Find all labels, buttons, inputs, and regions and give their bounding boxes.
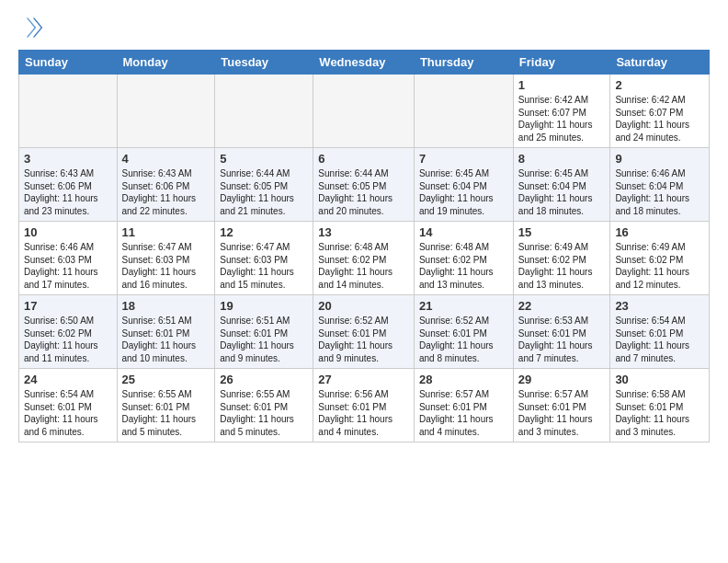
day-info: Sunrise: 6:54 AM Sunset: 6:01 PM Dayligh… (615, 315, 704, 364)
day-number: 1 (518, 78, 606, 92)
weekday-header-sunday: Sunday (19, 51, 118, 75)
day-number: 18 (122, 299, 210, 313)
day-number: 6 (318, 152, 409, 166)
day-number: 5 (220, 152, 308, 166)
day-info: Sunrise: 6:46 AM Sunset: 6:04 PM Dayligh… (615, 167, 704, 217)
day-number: 21 (419, 299, 508, 313)
day-info: Sunrise: 6:51 AM Sunset: 6:01 PM Dayligh… (220, 315, 308, 364)
day-number: 17 (24, 299, 112, 313)
day-info: Sunrise: 6:55 AM Sunset: 6:01 PM Dayligh… (122, 388, 210, 438)
day-info: Sunrise: 6:45 AM Sunset: 6:04 PM Dayligh… (518, 167, 606, 217)
day-number: 26 (220, 373, 308, 386)
day-cell-13: 13Sunrise: 6:48 AM Sunset: 6:02 PM Dayli… (313, 222, 415, 295)
day-cell-15: 15Sunrise: 6:49 AM Sunset: 6:02 PM Dayli… (513, 222, 610, 295)
day-cell-8: 8Sunrise: 6:45 AM Sunset: 6:04 PM Daylig… (513, 148, 610, 222)
day-number: 7 (419, 152, 508, 166)
logo (18, 15, 48, 40)
day-number: 22 (518, 299, 606, 313)
svg-marker-1 (33, 18, 43, 38)
day-cell-4: 4Sunrise: 6:43 AM Sunset: 6:06 PM Daylig… (117, 148, 215, 222)
svg-rect-0 (18, 15, 44, 40)
day-number: 4 (122, 152, 210, 166)
weekday-header-thursday: Thursday (414, 51, 513, 75)
day-cell-20: 20Sunrise: 6:52 AM Sunset: 6:01 PM Dayli… (313, 295, 415, 369)
day-cell-6: 6Sunrise: 6:44 AM Sunset: 6:05 PM Daylig… (313, 148, 415, 222)
day-info: Sunrise: 6:47 AM Sunset: 6:03 PM Dayligh… (220, 241, 308, 291)
empty-cell (414, 75, 513, 148)
day-number: 25 (122, 373, 210, 386)
day-cell-26: 26Sunrise: 6:55 AM Sunset: 6:01 PM Dayli… (215, 369, 313, 442)
day-info: Sunrise: 6:43 AM Sunset: 6:06 PM Dayligh… (24, 167, 112, 217)
day-info: Sunrise: 6:46 AM Sunset: 6:03 PM Dayligh… (24, 241, 112, 291)
day-number: 28 (419, 373, 508, 386)
empty-cell (313, 75, 415, 148)
day-info: Sunrise: 6:57 AM Sunset: 6:01 PM Dayligh… (518, 388, 606, 438)
day-cell-18: 18Sunrise: 6:51 AM Sunset: 6:01 PM Dayli… (117, 295, 215, 369)
day-number: 27 (318, 373, 409, 386)
day-number: 20 (318, 299, 409, 313)
day-cell-7: 7Sunrise: 6:45 AM Sunset: 6:04 PM Daylig… (414, 148, 513, 222)
day-cell-21: 21Sunrise: 6:52 AM Sunset: 6:01 PM Dayli… (414, 295, 513, 369)
day-info: Sunrise: 6:56 AM Sunset: 6:01 PM Dayligh… (318, 388, 409, 438)
day-info: Sunrise: 6:49 AM Sunset: 6:02 PM Dayligh… (518, 241, 606, 291)
page: SundayMondayTuesdayWednesdayThursdayFrid… (0, 0, 728, 563)
day-cell-5: 5Sunrise: 6:44 AM Sunset: 6:05 PM Daylig… (215, 148, 313, 222)
calendar-week-1: 1Sunrise: 6:42 AM Sunset: 6:07 PM Daylig… (19, 75, 710, 148)
day-cell-12: 12Sunrise: 6:47 AM Sunset: 6:03 PM Dayli… (215, 222, 313, 295)
day-info: Sunrise: 6:44 AM Sunset: 6:05 PM Dayligh… (318, 167, 409, 217)
day-cell-22: 22Sunrise: 6:53 AM Sunset: 6:01 PM Dayli… (513, 295, 610, 369)
calendar-week-2: 3Sunrise: 6:43 AM Sunset: 6:06 PM Daylig… (19, 148, 710, 222)
day-number: 8 (518, 152, 606, 166)
day-cell-2: 2Sunrise: 6:42 AM Sunset: 6:07 PM Daylig… (610, 75, 710, 148)
day-info: Sunrise: 6:57 AM Sunset: 6:01 PM Dayligh… (419, 388, 508, 438)
day-cell-14: 14Sunrise: 6:48 AM Sunset: 6:02 PM Dayli… (414, 222, 513, 295)
day-cell-23: 23Sunrise: 6:54 AM Sunset: 6:01 PM Dayli… (610, 295, 710, 369)
weekday-header-friday: Friday (513, 51, 610, 75)
calendar: SundayMondayTuesdayWednesdayThursdayFrid… (18, 50, 710, 442)
day-info: Sunrise: 6:42 AM Sunset: 6:07 PM Dayligh… (518, 94, 606, 144)
day-cell-19: 19Sunrise: 6:51 AM Sunset: 6:01 PM Dayli… (215, 295, 313, 369)
day-number: 30 (615, 373, 704, 386)
day-info: Sunrise: 6:45 AM Sunset: 6:04 PM Dayligh… (419, 167, 508, 217)
day-number: 13 (318, 225, 409, 239)
day-number: 16 (615, 225, 704, 239)
weekday-header-saturday: Saturday (610, 51, 710, 75)
weekday-header-tuesday: Tuesday (215, 51, 313, 75)
day-info: Sunrise: 6:51 AM Sunset: 6:01 PM Dayligh… (122, 315, 210, 364)
day-number: 3 (24, 152, 112, 166)
day-cell-10: 10Sunrise: 6:46 AM Sunset: 6:03 PM Dayli… (19, 222, 118, 295)
day-cell-16: 16Sunrise: 6:49 AM Sunset: 6:02 PM Dayli… (610, 222, 710, 295)
day-info: Sunrise: 6:48 AM Sunset: 6:02 PM Dayligh… (419, 241, 508, 291)
day-cell-29: 29Sunrise: 6:57 AM Sunset: 6:01 PM Dayli… (513, 369, 610, 442)
day-number: 9 (615, 152, 704, 166)
day-info: Sunrise: 6:42 AM Sunset: 6:07 PM Dayligh… (615, 94, 704, 144)
day-cell-17: 17Sunrise: 6:50 AM Sunset: 6:02 PM Dayli… (19, 295, 118, 369)
empty-cell (117, 75, 215, 148)
logo-icon (18, 15, 44, 40)
day-cell-3: 3Sunrise: 6:43 AM Sunset: 6:06 PM Daylig… (19, 148, 118, 222)
empty-cell (215, 75, 313, 148)
day-number: 12 (220, 225, 308, 239)
day-cell-25: 25Sunrise: 6:55 AM Sunset: 6:01 PM Dayli… (117, 369, 215, 442)
day-number: 10 (24, 225, 112, 239)
day-info: Sunrise: 6:55 AM Sunset: 6:01 PM Dayligh… (220, 388, 308, 438)
day-info: Sunrise: 6:52 AM Sunset: 6:01 PM Dayligh… (318, 315, 409, 364)
day-cell-24: 24Sunrise: 6:54 AM Sunset: 6:01 PM Dayli… (19, 369, 118, 442)
day-info: Sunrise: 6:58 AM Sunset: 6:01 PM Dayligh… (615, 388, 704, 438)
svg-marker-2 (27, 18, 37, 38)
day-number: 14 (419, 225, 508, 239)
day-info: Sunrise: 6:44 AM Sunset: 6:05 PM Dayligh… (220, 167, 308, 217)
day-number: 2 (615, 78, 704, 92)
day-cell-27: 27Sunrise: 6:56 AM Sunset: 6:01 PM Dayli… (313, 369, 415, 442)
day-cell-28: 28Sunrise: 6:57 AM Sunset: 6:01 PM Dayli… (414, 369, 513, 442)
day-number: 24 (24, 373, 112, 386)
weekday-header-monday: Monday (117, 51, 215, 75)
day-number: 11 (122, 225, 210, 239)
weekday-header-wednesday: Wednesday (313, 51, 415, 75)
day-cell-9: 9Sunrise: 6:46 AM Sunset: 6:04 PM Daylig… (610, 148, 710, 222)
day-cell-1: 1Sunrise: 6:42 AM Sunset: 6:07 PM Daylig… (513, 75, 610, 148)
calendar-week-5: 24Sunrise: 6:54 AM Sunset: 6:01 PM Dayli… (19, 369, 710, 442)
day-info: Sunrise: 6:43 AM Sunset: 6:06 PM Dayligh… (122, 167, 210, 217)
day-info: Sunrise: 6:52 AM Sunset: 6:01 PM Dayligh… (419, 315, 508, 364)
day-info: Sunrise: 6:48 AM Sunset: 6:02 PM Dayligh… (318, 241, 409, 291)
